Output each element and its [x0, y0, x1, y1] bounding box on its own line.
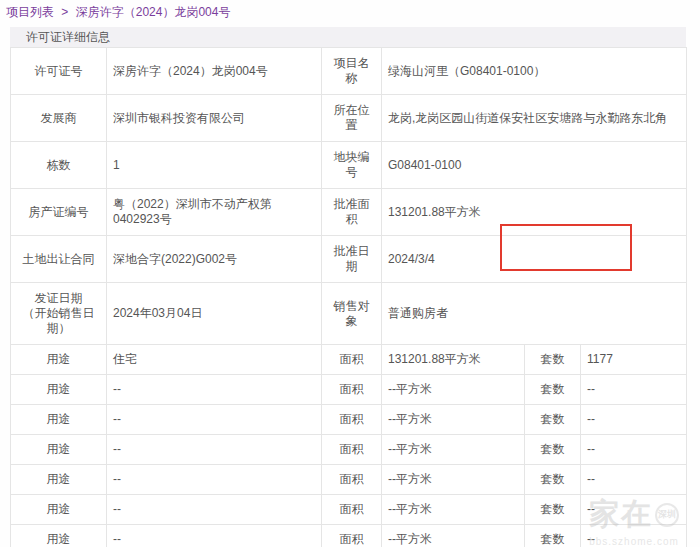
units-value: --	[581, 435, 687, 465]
area-value: --平方米	[382, 495, 525, 525]
field-value: 深地合字(2022)G002号	[107, 236, 322, 283]
units-label: 套数	[525, 435, 581, 465]
field-label: 房产证编号	[11, 189, 107, 236]
table-row: 土地出让合同 深地合字(2022)G002号 批准日期 2024/3/4	[11, 236, 687, 283]
usage-label: 用途	[11, 495, 107, 525]
usage-label: 用途	[11, 375, 107, 405]
usage-row: 用途 -- 面积 --平方米 套数 --	[11, 495, 687, 525]
usage-label: 用途	[11, 405, 107, 435]
area-label: 面积	[322, 345, 382, 375]
units-value: --	[581, 375, 687, 405]
usage-row: 用途 -- 面积 --平方米 套数 --	[11, 375, 687, 405]
usage-value: --	[107, 525, 322, 547]
field-label: 批准面积	[322, 189, 382, 236]
units-label: 套数	[525, 495, 581, 525]
usage-label: 用途	[11, 435, 107, 465]
breadcrumb-current: 深房许字（2024）龙岗004号	[76, 5, 231, 19]
area-label: 面积	[322, 495, 382, 525]
field-value: 131201.88平方米	[382, 189, 687, 236]
field-value: 粤（2022）深圳市不动产权第0402923号	[107, 189, 322, 236]
area-label: 面积	[322, 375, 382, 405]
table-row: 发证日期 （开始销售日期） 2024年03月04日 销售对象 普通购房者	[11, 283, 687, 345]
units-label: 套数	[525, 405, 581, 435]
field-value: G08401-0100	[382, 142, 687, 189]
field-value: 绿海山河里（G08401-0100）	[382, 48, 687, 95]
area-label: 面积	[322, 405, 382, 435]
usage-label: 用途	[11, 525, 107, 547]
usage-row: 用途 -- 面积 --平方米 套数 --	[11, 405, 687, 435]
units-label: 套数	[525, 375, 581, 405]
usage-value: --	[107, 495, 322, 525]
field-label: 项目名称	[322, 48, 382, 95]
area-value: --平方米	[382, 435, 525, 465]
units-value: --	[581, 495, 687, 525]
field-value: 龙岗,龙岗区园山街道保安社区安塘路与永勤路东北角	[382, 95, 687, 142]
area-value: --平方米	[382, 465, 525, 495]
permit-detail-table: 许可证号 深房许字（2024）龙岗004号 项目名称 绿海山河里（G08401-…	[10, 47, 687, 547]
field-value: 深房许字（2024）龙岗004号	[107, 48, 322, 95]
field-label: 地块编号	[322, 142, 382, 189]
table-row: 发展商 深圳市银科投资有限公司 所在位置 龙岗,龙岗区园山街道保安社区安塘路与永…	[11, 95, 687, 142]
area-value: --平方米	[382, 405, 525, 435]
usage-value: --	[107, 375, 322, 405]
field-label: 所在位置	[322, 95, 382, 142]
breadcrumb-separator: >	[61, 5, 68, 19]
usage-row: 用途 -- 面积 --平方米 套数 --	[11, 465, 687, 495]
field-value: 2024/3/4	[382, 236, 687, 283]
field-label: 许可证号	[11, 48, 107, 95]
usage-label: 用途	[11, 465, 107, 495]
usage-row: 用途 住宅 面积 131201.88平方米 套数 1177	[11, 345, 687, 375]
field-label: 栋数	[11, 142, 107, 189]
usage-row: 用途 -- 面积 --平方米 套数 --	[11, 435, 687, 465]
units-value: --	[581, 525, 687, 547]
breadcrumb-project-list-link[interactable]: 项目列表	[6, 5, 54, 19]
area-value: --平方米	[382, 375, 525, 405]
field-value: 1	[107, 142, 322, 189]
field-value: 普通购房者	[382, 283, 687, 345]
units-label: 套数	[525, 525, 581, 547]
field-label: 发展商	[11, 95, 107, 142]
usage-value: --	[107, 435, 322, 465]
field-label: 发证日期 （开始销售日期）	[11, 283, 107, 345]
area-value: --平方米	[382, 525, 525, 547]
area-value: 131201.88平方米	[382, 345, 525, 375]
table-row: 房产证编号 粤（2022）深圳市不动产权第0402923号 批准面积 13120…	[11, 189, 687, 236]
area-label: 面积	[322, 525, 382, 547]
units-label: 套数	[525, 345, 581, 375]
usage-value: --	[107, 405, 322, 435]
usage-label: 用途	[11, 345, 107, 375]
field-label: 批准日期	[322, 236, 382, 283]
area-label: 面积	[322, 465, 382, 495]
field-label: 土地出让合同	[11, 236, 107, 283]
usage-value: --	[107, 465, 322, 495]
field-value: 深圳市银科投资有限公司	[107, 95, 322, 142]
area-label: 面积	[322, 435, 382, 465]
field-value: 2024年03月04日	[107, 283, 322, 345]
table-row: 许可证号 深房许字（2024）龙岗004号 项目名称 绿海山河里（G08401-…	[11, 48, 687, 95]
units-value: 1177	[581, 345, 687, 375]
units-value: --	[581, 405, 687, 435]
permit-detail-page: 项目列表 > 深房许字（2024）龙岗004号 许可证详细信息 许可证号 深房许…	[0, 0, 700, 547]
usage-value: 住宅	[107, 345, 322, 375]
breadcrumb: 项目列表 > 深房许字（2024）龙岗004号	[0, 0, 700, 22]
field-label: 销售对象	[322, 283, 382, 345]
panel-title: 许可证详细信息	[10, 27, 686, 47]
table-row: 栋数 1 地块编号 G08401-0100	[11, 142, 687, 189]
usage-row: 用途 -- 面积 --平方米 套数 --	[11, 525, 687, 547]
units-value: --	[581, 465, 687, 495]
units-label: 套数	[525, 465, 581, 495]
